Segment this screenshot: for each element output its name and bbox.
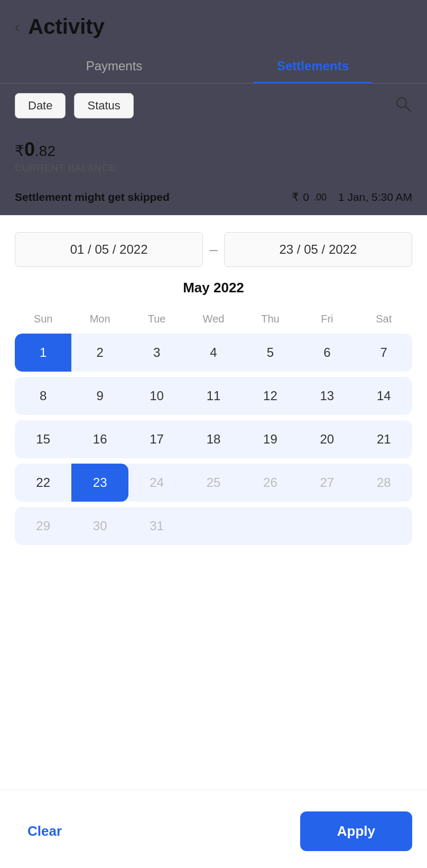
calendar-day-18[interactable]: 18 xyxy=(185,420,242,458)
page-title: Activity xyxy=(28,15,105,39)
calendar-day-6[interactable]: 6 xyxy=(299,334,355,372)
balance-section: ₹0.82 CURRENT BALANCE xyxy=(0,128,427,183)
calendar-week-2: 891011121314 xyxy=(15,377,412,415)
settlement-row: Settlement might get skipped ₹0.00 1 Jan… xyxy=(0,183,427,215)
calendar-day-11[interactable]: 11 xyxy=(185,377,242,415)
day-header-thu: Thu xyxy=(242,309,299,329)
calendar-day-1[interactable]: 1 xyxy=(15,334,71,372)
apply-button[interactable]: Apply xyxy=(300,811,412,851)
balance-amount: ₹0.82 xyxy=(15,138,412,161)
calendar-day-7[interactable]: 7 xyxy=(356,334,412,372)
calendar-day-5[interactable]: 5 xyxy=(242,334,299,372)
calendar-day-2[interactable]: 2 xyxy=(71,334,128,372)
tab-bar: Payments Settlements xyxy=(0,49,427,84)
calendar-day-28[interactable]: 28 xyxy=(356,464,412,502)
calendar-day-31[interactable]: 31 xyxy=(128,507,185,545)
calendar-day-empty xyxy=(185,507,242,545)
calendar-day-9[interactable]: 9 xyxy=(71,377,128,415)
calendar-day-20[interactable]: 20 xyxy=(299,420,355,458)
calendar-day-26[interactable]: 26 xyxy=(242,464,299,502)
day-header-sat: Sat xyxy=(356,309,412,329)
calendar-week-1: 1234567 xyxy=(15,334,412,372)
calendar-week-4: 22232425262728 xyxy=(15,464,412,502)
currency-symbol: ₹ xyxy=(15,143,24,159)
day-header-tue: Tue xyxy=(128,309,185,329)
date-separator: – xyxy=(209,241,218,258)
calendar-day-empty xyxy=(356,507,412,545)
calendar-day-12[interactable]: 12 xyxy=(242,377,299,415)
balance-label: CURRENT BALANCE xyxy=(15,163,412,174)
tab-settlements[interactable]: Settlements xyxy=(214,49,412,83)
calendar-day-15[interactable]: 15 xyxy=(15,420,71,458)
day-header-sun: Sun xyxy=(15,309,71,329)
calendar-day-17[interactable]: 17 xyxy=(128,420,185,458)
end-date-input[interactable]: 23 / 05 / 2022 xyxy=(224,232,412,267)
calendar-day-empty xyxy=(242,507,299,545)
clear-button[interactable]: Clear xyxy=(15,815,75,848)
calendar-day-empty xyxy=(299,507,355,545)
day-header-wed: Wed xyxy=(185,309,242,329)
calendar-week-3: 15161718192021 xyxy=(15,420,412,458)
search-icon[interactable] xyxy=(393,94,412,117)
status-filter-button[interactable]: Status xyxy=(74,93,133,118)
svg-line-1 xyxy=(405,106,410,111)
calendar-day-21[interactable]: 21 xyxy=(356,420,412,458)
calendar-header-row: Sun Mon Tue Wed Thu Fri Sat xyxy=(15,309,412,329)
start-date-input[interactable]: 01 / 05 / 2022 xyxy=(15,232,203,267)
date-range-row: 01 / 05 / 2022 – 23 / 05 / 2022 xyxy=(15,215,412,280)
calendar-day-27[interactable]: 27 xyxy=(299,464,355,502)
back-button[interactable]: ‹ xyxy=(15,19,20,35)
calendar-day-30[interactable]: 30 xyxy=(71,507,128,545)
calendar-day-13[interactable]: 13 xyxy=(299,377,355,415)
calendar-day-23[interactable]: 23 xyxy=(71,464,128,502)
settlement-skip-text: Settlement might get skipped xyxy=(15,191,170,204)
day-header-mon: Mon xyxy=(71,309,128,329)
settlement-amount: ₹0.00 1 Jan, 5:30 AM xyxy=(292,191,412,204)
footer-actions: Clear Apply xyxy=(0,790,427,868)
calendar-day-22[interactable]: 22 xyxy=(15,464,71,502)
calendar-day-24[interactable]: 24 xyxy=(128,464,185,502)
calendar-day-4[interactable]: 4 xyxy=(185,334,242,372)
calendar-week-5: 293031 xyxy=(15,507,412,545)
calendar-day-29[interactable]: 29 xyxy=(15,507,71,545)
calendar-day-19[interactable]: 19 xyxy=(242,420,299,458)
date-filter-button[interactable]: Date xyxy=(15,93,66,118)
calendar-grid: Sun Mon Tue Wed Thu Fri Sat 123456789101… xyxy=(15,309,412,545)
calendar-day-3[interactable]: 3 xyxy=(128,334,185,372)
calendar-day-16[interactable]: 16 xyxy=(71,420,128,458)
calendar-day-10[interactable]: 10 xyxy=(128,377,185,415)
calendar-day-14[interactable]: 14 xyxy=(356,377,412,415)
tab-payments[interactable]: Payments xyxy=(15,49,214,83)
calendar-month-title: May 2022 xyxy=(15,280,412,296)
day-header-fri: Fri xyxy=(299,309,355,329)
filter-row: Date Status xyxy=(0,84,427,128)
calendar-day-8[interactable]: 8 xyxy=(15,377,71,415)
calendar-day-25[interactable]: 25 xyxy=(185,464,242,502)
calendar-section: 01 / 05 / 2022 – 23 / 05 / 2022 May 2022… xyxy=(0,215,427,641)
